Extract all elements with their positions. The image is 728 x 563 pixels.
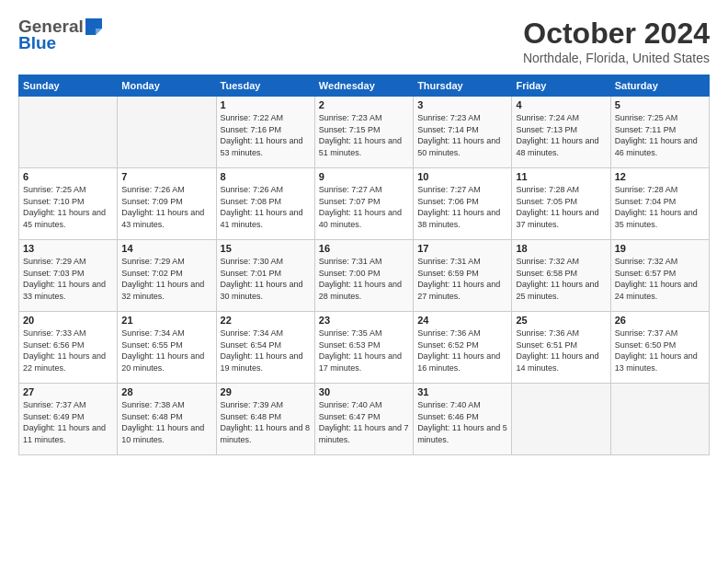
calendar-cell: 28Sunrise: 7:38 AMSunset: 6:48 PMDayligh… <box>118 384 216 455</box>
calendar-cell: 23Sunrise: 7:35 AMSunset: 6:53 PMDayligh… <box>314 312 413 384</box>
day-info: Sunrise: 7:25 AMSunset: 7:10 PMDaylight:… <box>23 184 113 230</box>
calendar-cell: 21Sunrise: 7:34 AMSunset: 6:55 PMDayligh… <box>118 312 216 384</box>
calendar-cell: 8Sunrise: 7:26 AMSunset: 7:08 PMDaylight… <box>216 168 314 240</box>
header-day-tuesday: Tuesday <box>216 75 314 97</box>
day-number: 11 <box>516 171 606 182</box>
day-info: Sunrise: 7:39 AMSunset: 6:48 PMDaylight:… <box>221 399 311 445</box>
calendar-cell: 11Sunrise: 7:28 AMSunset: 7:05 PMDayligh… <box>512 168 610 240</box>
day-number: 10 <box>417 171 507 182</box>
day-number: 8 <box>221 171 311 182</box>
day-number: 21 <box>121 315 211 326</box>
calendar-cell: 24Sunrise: 7:36 AMSunset: 6:52 PMDayligh… <box>414 312 512 384</box>
day-info: Sunrise: 7:23 AMSunset: 7:15 PMDaylight:… <box>319 112 409 158</box>
calendar-cell: 17Sunrise: 7:31 AMSunset: 6:59 PMDayligh… <box>414 240 512 312</box>
calendar-cell: 20Sunrise: 7:33 AMSunset: 6:56 PMDayligh… <box>19 312 118 384</box>
calendar-cell <box>118 97 216 168</box>
title-block: October 2024 Northdale, Florida, United … <box>523 17 710 65</box>
day-number: 6 <box>23 171 113 182</box>
day-info: Sunrise: 7:34 AMSunset: 6:54 PMDaylight:… <box>221 327 311 373</box>
calendar-cell: 26Sunrise: 7:37 AMSunset: 6:50 PMDayligh… <box>610 312 709 384</box>
day-number: 23 <box>319 315 409 326</box>
day-info: Sunrise: 7:37 AMSunset: 6:49 PMDaylight:… <box>23 399 113 445</box>
calendar-cell: 10Sunrise: 7:27 AMSunset: 7:06 PMDayligh… <box>414 168 512 240</box>
calendar-cell <box>610 384 709 455</box>
calendar-cell: 27Sunrise: 7:37 AMSunset: 6:49 PMDayligh… <box>19 384 118 455</box>
header-day-monday: Monday <box>118 75 216 97</box>
day-number: 4 <box>516 99 606 110</box>
day-number: 24 <box>417 315 507 326</box>
day-info: Sunrise: 7:40 AMSunset: 6:47 PMDaylight:… <box>319 399 409 445</box>
day-info: Sunrise: 7:22 AMSunset: 7:16 PMDaylight:… <box>221 112 311 158</box>
week-row-2: 6Sunrise: 7:25 AMSunset: 7:10 PMDaylight… <box>19 168 710 240</box>
week-row-1: 1Sunrise: 7:22 AMSunset: 7:16 PMDaylight… <box>19 97 710 168</box>
day-info: Sunrise: 7:29 AMSunset: 7:02 PMDaylight:… <box>121 256 211 302</box>
logo-icon <box>85 18 102 35</box>
day-number: 1 <box>221 99 311 110</box>
calendar-cell <box>19 97 118 168</box>
header-day-saturday: Saturday <box>610 75 709 97</box>
calendar-table: SundayMondayTuesdayWednesdayThursdayFrid… <box>18 75 710 455</box>
day-number: 26 <box>615 315 705 326</box>
day-info: Sunrise: 7:32 AMSunset: 6:57 PMDaylight:… <box>615 256 705 302</box>
calendar-cell: 6Sunrise: 7:25 AMSunset: 7:10 PMDaylight… <box>19 168 118 240</box>
day-info: Sunrise: 7:30 AMSunset: 7:01 PMDaylight:… <box>221 256 311 302</box>
day-number: 16 <box>319 243 409 254</box>
day-number: 12 <box>615 171 705 182</box>
day-number: 28 <box>121 386 211 397</box>
day-number: 20 <box>23 315 113 326</box>
day-number: 14 <box>121 243 211 254</box>
day-info: Sunrise: 7:37 AMSunset: 6:50 PMDaylight:… <box>615 327 705 373</box>
day-number: 2 <box>319 99 409 110</box>
day-info: Sunrise: 7:32 AMSunset: 6:58 PMDaylight:… <box>516 256 606 302</box>
day-info: Sunrise: 7:31 AMSunset: 6:59 PMDaylight:… <box>417 256 507 302</box>
day-number: 31 <box>417 386 507 397</box>
day-info: Sunrise: 7:38 AMSunset: 6:48 PMDaylight:… <box>121 399 211 445</box>
day-info: Sunrise: 7:40 AMSunset: 6:46 PMDaylight:… <box>417 399 507 445</box>
day-number: 13 <box>23 243 113 254</box>
svg-marker-1 <box>96 29 102 35</box>
day-number: 29 <box>221 386 311 397</box>
logo-blue: Blue <box>18 33 56 53</box>
calendar-cell: 22Sunrise: 7:34 AMSunset: 6:54 PMDayligh… <box>216 312 314 384</box>
day-number: 17 <box>417 243 507 254</box>
day-info: Sunrise: 7:34 AMSunset: 6:55 PMDaylight:… <box>121 327 211 373</box>
calendar-cell: 5Sunrise: 7:25 AMSunset: 7:11 PMDaylight… <box>610 97 709 168</box>
day-info: Sunrise: 7:36 AMSunset: 6:52 PMDaylight:… <box>417 327 507 373</box>
day-number: 3 <box>417 99 507 110</box>
day-info: Sunrise: 7:36 AMSunset: 6:51 PMDaylight:… <box>516 327 606 373</box>
day-info: Sunrise: 7:26 AMSunset: 7:09 PMDaylight:… <box>121 184 211 230</box>
day-number: 19 <box>615 243 705 254</box>
calendar-cell: 29Sunrise: 7:39 AMSunset: 6:48 PMDayligh… <box>216 384 314 455</box>
calendar-cell: 19Sunrise: 7:32 AMSunset: 6:57 PMDayligh… <box>610 240 709 312</box>
calendar-cell: 9Sunrise: 7:27 AMSunset: 7:07 PMDaylight… <box>314 168 413 240</box>
calendar-cell <box>512 384 610 455</box>
day-info: Sunrise: 7:29 AMSunset: 7:03 PMDaylight:… <box>23 256 113 302</box>
logo: General Blue <box>18 17 102 53</box>
day-info: Sunrise: 7:23 AMSunset: 7:14 PMDaylight:… <box>417 112 507 158</box>
calendar-cell: 18Sunrise: 7:32 AMSunset: 6:58 PMDayligh… <box>512 240 610 312</box>
day-number: 30 <box>319 386 409 397</box>
header-day-sunday: Sunday <box>19 75 118 97</box>
calendar-cell: 2Sunrise: 7:23 AMSunset: 7:15 PMDaylight… <box>314 97 413 168</box>
calendar-cell: 16Sunrise: 7:31 AMSunset: 7:00 PMDayligh… <box>314 240 413 312</box>
calendar-cell: 25Sunrise: 7:36 AMSunset: 6:51 PMDayligh… <box>512 312 610 384</box>
day-info: Sunrise: 7:31 AMSunset: 7:00 PMDaylight:… <box>319 256 409 302</box>
day-info: Sunrise: 7:24 AMSunset: 7:13 PMDaylight:… <box>516 112 606 158</box>
month-title: October 2024 <box>523 17 710 51</box>
calendar-cell: 12Sunrise: 7:28 AMSunset: 7:04 PMDayligh… <box>610 168 709 240</box>
day-number: 25 <box>516 315 606 326</box>
day-number: 18 <box>516 243 606 254</box>
day-number: 5 <box>615 99 705 110</box>
day-info: Sunrise: 7:26 AMSunset: 7:08 PMDaylight:… <box>221 184 311 230</box>
week-row-3: 13Sunrise: 7:29 AMSunset: 7:03 PMDayligh… <box>19 240 710 312</box>
calendar-cell: 7Sunrise: 7:26 AMSunset: 7:09 PMDaylight… <box>118 168 216 240</box>
week-row-5: 27Sunrise: 7:37 AMSunset: 6:49 PMDayligh… <box>19 384 710 455</box>
calendar-cell: 3Sunrise: 7:23 AMSunset: 7:14 PMDaylight… <box>414 97 512 168</box>
day-info: Sunrise: 7:27 AMSunset: 7:07 PMDaylight:… <box>319 184 409 230</box>
page-container: General Blue October 2024 Northdale, Flo… <box>0 0 728 465</box>
day-number: 27 <box>23 386 113 397</box>
day-number: 7 <box>121 171 211 182</box>
header-day-thursday: Thursday <box>414 75 512 97</box>
calendar-cell: 4Sunrise: 7:24 AMSunset: 7:13 PMDaylight… <box>512 97 610 168</box>
calendar-cell: 14Sunrise: 7:29 AMSunset: 7:02 PMDayligh… <box>118 240 216 312</box>
